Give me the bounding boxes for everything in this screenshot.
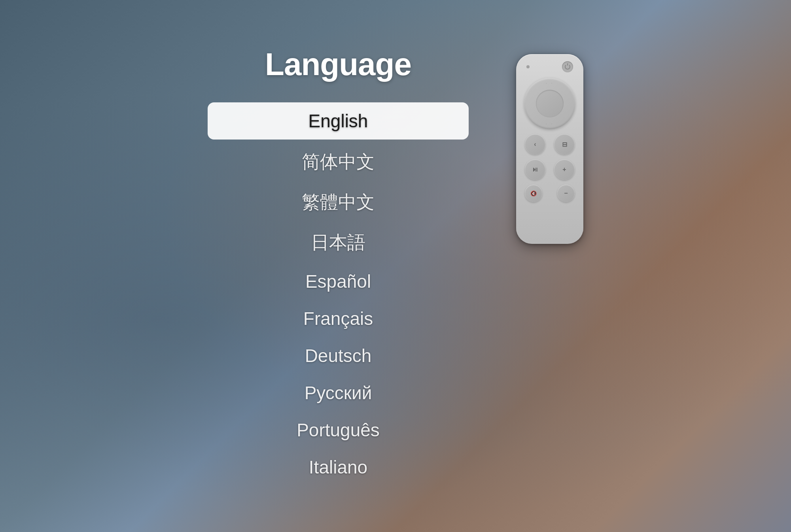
remote-play-row: ⏯ + — [522, 159, 577, 180]
language-item-simplified-chinese[interactable]: 简体中文 — [208, 142, 469, 182]
language-label-italian: Italiano — [309, 457, 367, 477]
remote-top-row — [522, 61, 577, 72]
language-item-german[interactable]: Deutsch — [208, 337, 469, 374]
language-item-japanese[interactable]: 日本語 — [208, 223, 469, 263]
menu-button[interactable]: ⊟ — [554, 134, 575, 155]
main-container: Language English简体中文繁體中文日本語EspañolFrança… — [0, 23, 791, 509]
language-panel: Language English简体中文繁體中文日本語EspañolFrança… — [208, 46, 469, 486]
trackpad-center[interactable] — [536, 90, 564, 117]
volume-up-button[interactable]: + — [554, 159, 575, 180]
language-label-simplified-chinese: 简体中文 — [302, 151, 375, 172]
menu-icon: ⊟ — [562, 141, 567, 148]
mute-button[interactable]: 🔇 — [525, 185, 542, 202]
language-item-russian[interactable]: Русский — [208, 374, 469, 411]
remote-middle-row: ‹ ⊟ — [522, 134, 577, 155]
volume-down-button[interactable]: − — [557, 185, 575, 202]
language-item-english[interactable]: English — [208, 102, 469, 140]
back-icon: ‹ — [534, 141, 536, 148]
language-label-portuguese: Português — [297, 420, 380, 440]
language-list: English简体中文繁體中文日本語EspañolFrançaisDeutsch… — [208, 102, 469, 486]
page-title: Language — [265, 46, 411, 83]
power-button[interactable] — [562, 61, 573, 72]
volume-up-icon: + — [562, 166, 566, 173]
language-item-portuguese[interactable]: Português — [208, 411, 469, 449]
volume-down-icon: − — [564, 190, 568, 197]
language-label-english: English — [308, 111, 368, 131]
language-label-japanese: 日本語 — [311, 232, 365, 253]
play-pause-button[interactable]: ⏯ — [525, 159, 545, 180]
remote-bottom-row: 🔇 − — [522, 185, 577, 202]
language-label-french: Français — [303, 308, 373, 329]
play-pause-icon: ⏯ — [532, 166, 538, 173]
back-button[interactable]: ‹ — [525, 134, 545, 155]
language-item-italian[interactable]: Italiano — [208, 449, 469, 486]
trackpad[interactable] — [524, 78, 575, 129]
mute-icon: 🔇 — [530, 191, 537, 196]
language-item-french[interactable]: Français — [208, 300, 469, 337]
language-item-traditional-chinese[interactable]: 繁體中文 — [208, 182, 469, 223]
language-label-traditional-chinese: 繁體中文 — [302, 192, 375, 212]
indicator-dot — [526, 65, 530, 68]
language-label-spanish: Español — [305, 271, 371, 292]
power-icon — [565, 64, 570, 70]
language-label-russian: Русский — [305, 383, 372, 403]
language-item-spanish[interactable]: Español — [208, 263, 469, 300]
language-label-german: Deutsch — [305, 345, 372, 366]
apple-tv-remote: ‹ ⊟ ⏯ + 🔇 − — [516, 54, 583, 244]
remote-container: ‹ ⊟ ⏯ + 🔇 − — [516, 54, 583, 244]
